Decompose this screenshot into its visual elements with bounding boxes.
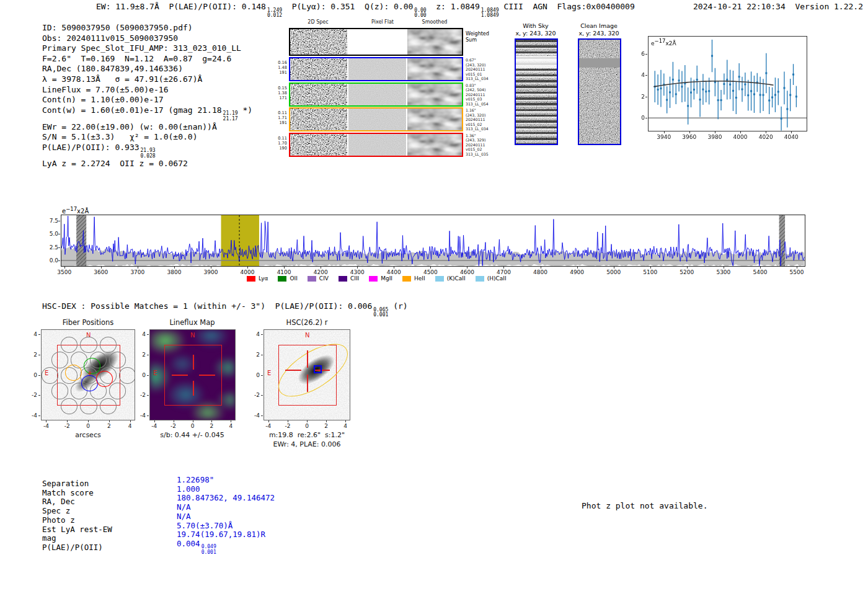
x-tick-label: 3900 xyxy=(204,269,218,275)
y-tick-label: 0.0 xyxy=(43,257,58,264)
legend-item: HeII xyxy=(402,275,425,282)
stacked-uncertainty: 1.08491.0849 xyxy=(480,8,499,19)
match-row-value: N/A xyxy=(177,512,191,521)
with-sky-coords: x, y: 243, 320 xyxy=(515,30,556,37)
legend-label: OII xyxy=(290,275,297,282)
hsc-panel-title: HSC(26.2) r xyxy=(286,318,328,327)
legend-item: (K)CaII xyxy=(435,275,466,282)
x-tick-label: 3700 xyxy=(130,269,144,275)
x-tick-mark xyxy=(211,420,212,422)
fiber-circle xyxy=(61,337,78,353)
timestamp: 2024-10-21 22:10:34 xyxy=(693,2,786,11)
y-tick-mark xyxy=(645,75,647,76)
y-tick-mark xyxy=(58,260,60,261)
fiber-panel-xlabel: arcsecs xyxy=(75,431,100,439)
y-tick-mark xyxy=(261,395,263,396)
x-tick-mark xyxy=(797,267,797,269)
north-label: N xyxy=(190,332,195,339)
selected-fiber-circle xyxy=(96,371,113,387)
x-tick-label: 5000 xyxy=(606,269,621,275)
panel-x-tick: -4 xyxy=(151,423,157,429)
match-row-label: Separation xyxy=(42,479,89,488)
legend-swatch xyxy=(476,276,484,282)
match-row-label: Match score xyxy=(42,488,94,497)
crosshair-bottom xyxy=(193,381,194,396)
weighted-pixelflat-strip xyxy=(348,29,406,55)
panel-y-tick: 4 xyxy=(137,331,146,337)
row-2dspec-strip xyxy=(290,58,347,80)
info-line: Cont(n) = 1.10(±0.00)e-17 xyxy=(42,95,252,105)
y-tick-label: 2 xyxy=(637,94,645,100)
y-tick-mark xyxy=(147,415,149,416)
y-tick-label: 4 xyxy=(637,72,645,78)
panel-x-tick: -2 xyxy=(285,423,290,429)
x-tick-label: 4000 xyxy=(733,134,748,140)
spectrum-legend: LyαOIICIVCIIIMgIIHeII(K)CaII(H)CaII xyxy=(247,275,507,282)
x-tick-mark xyxy=(577,267,578,269)
legend-item: CIII xyxy=(339,275,359,282)
y-tick-mark xyxy=(38,355,40,355)
y-tick-mark xyxy=(261,334,263,335)
lineflux-panel-xlabel: s/b: 0.44 +/- 0.045 xyxy=(160,431,224,439)
panel-x-tick: -2 xyxy=(170,423,176,429)
x-tick-label: 4900 xyxy=(570,269,584,275)
panel-y-tick: -2 xyxy=(251,392,260,398)
info-line: F=2.6" T=0.169 N=1.12 A=0.87 g=24.6 xyxy=(42,54,252,64)
y-tick-mark xyxy=(147,395,149,396)
row-pixelflat-strip xyxy=(348,109,406,130)
y-tick-mark xyxy=(261,415,263,416)
y-tick-mark xyxy=(38,415,40,416)
row-left-stats: 0.11 1.70 190 xyxy=(270,136,287,151)
x-tick-label: 4800 xyxy=(533,269,547,275)
match-row-label: Photo z xyxy=(42,515,75,525)
x-tick-label: 4020 xyxy=(759,134,773,140)
hsc-image-panel: N E xyxy=(264,329,350,420)
spacer xyxy=(786,2,795,11)
match-row-value: 19.74(19.67,19.81)R xyxy=(177,530,265,539)
match-row-value: 1.000 xyxy=(177,484,200,494)
x-tick-mark xyxy=(88,420,89,422)
fiber-2d-row xyxy=(289,133,463,157)
x-tick-mark xyxy=(791,131,792,133)
match-row-label: Spec z xyxy=(42,506,70,515)
y-tick-mark xyxy=(645,118,647,118)
panel-x-tick: -4 xyxy=(265,423,271,429)
row-annotation: 0.83" (242, 504) 20240111 v015_03 313_LL… xyxy=(466,83,489,107)
row-smoothed-strip xyxy=(407,84,462,105)
info-line: ID: 5090037950 (5090037950.pdf) xyxy=(42,23,252,33)
x-tick-mark xyxy=(345,420,346,422)
legend-swatch xyxy=(308,276,316,282)
x-tick-label: 4300 xyxy=(350,269,365,275)
y-tick-mark xyxy=(645,97,647,97)
x-tick-mark xyxy=(326,420,327,422)
y-tick-mark xyxy=(147,375,149,376)
x-tick-mark xyxy=(130,420,131,422)
row-annotation: 1.16" (243, 320) 20240111 v015_02 313_LL… xyxy=(466,108,489,131)
row-smoothed-strip xyxy=(407,109,462,130)
x-tick-mark xyxy=(614,267,614,269)
with-sky-title: With Sky xyxy=(523,22,548,29)
fiber-circle xyxy=(51,352,68,368)
catalog-match-box xyxy=(314,365,322,373)
panel-y-tick: 2 xyxy=(137,352,146,358)
x-tick-mark xyxy=(174,420,174,422)
clean-image-coords: x, y: 243, 320 xyxy=(578,30,619,37)
legend-swatch xyxy=(339,276,347,282)
x-tick-label: 4000 xyxy=(241,269,255,275)
stacked-uncertainty: 1.2490.012 xyxy=(266,8,282,19)
weighted-sum-row xyxy=(289,28,463,56)
legend-swatch xyxy=(435,276,444,282)
x-tick-mark xyxy=(650,267,651,269)
row-left-stats: 0.16 1.48 191 xyxy=(270,60,287,76)
match-row-value: 1.22698" xyxy=(177,475,214,484)
x-tick-label: 5400 xyxy=(753,269,767,275)
x-tick-mark xyxy=(664,131,665,133)
x-tick-label: 5100 xyxy=(643,269,657,275)
panel-y-tick: 2 xyxy=(251,352,260,358)
info-line: Cont(w) = 1.60(±0.01)e-17 (gmag 21.1821.… xyxy=(42,105,252,122)
info-line: LineFlux = 7.70(±5.00)e-16 xyxy=(42,85,252,96)
row-2dspec-strip xyxy=(290,84,347,105)
version: Version 1.22.2 xyxy=(795,2,863,11)
row-2dspec-strip xyxy=(290,109,347,130)
y-tick-mark xyxy=(147,334,149,335)
